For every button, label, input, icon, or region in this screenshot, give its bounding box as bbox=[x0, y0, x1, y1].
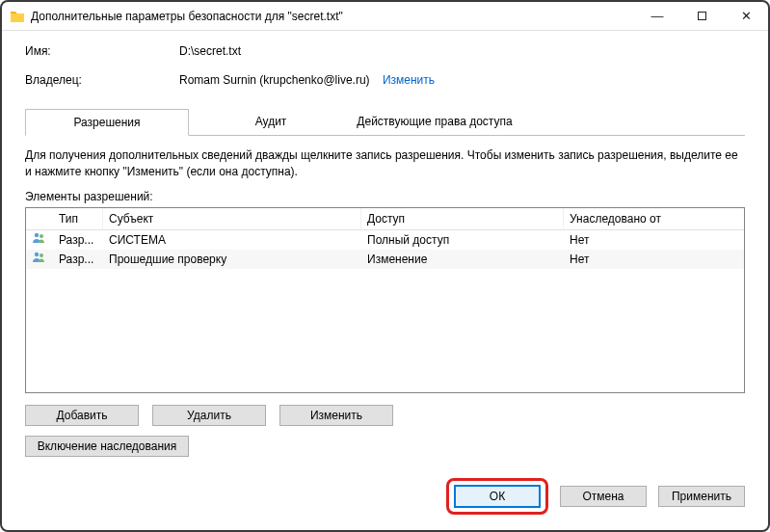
action-buttons-row: Добавить Удалить Изменить bbox=[25, 405, 745, 426]
svg-point-1 bbox=[40, 234, 43, 238]
elements-label: Элементы разрешений: bbox=[25, 190, 745, 203]
cancel-button[interactable]: Отмена bbox=[560, 486, 647, 507]
cell-type: Разр... bbox=[53, 251, 103, 268]
cell-access: Изменение bbox=[361, 251, 564, 268]
remove-button[interactable]: Удалить bbox=[152, 405, 266, 426]
owner-label: Владелец: bbox=[25, 73, 179, 87]
svg-point-2 bbox=[35, 253, 39, 256]
titlebar: Дополнительные параметры безопасности дл… bbox=[2, 2, 768, 31]
col-icon-header[interactable] bbox=[26, 208, 53, 230]
name-label: Имя: bbox=[25, 44, 179, 58]
ok-button[interactable]: ОК bbox=[454, 485, 541, 508]
table-header: Тип Субъект Доступ Унаследовано от bbox=[26, 208, 744, 230]
cell-inherited: Нет bbox=[564, 231, 744, 249]
cell-type: Разр... bbox=[53, 231, 103, 249]
name-value: D:\secret.txt bbox=[179, 44, 241, 58]
window-title: Дополнительные параметры безопасности дл… bbox=[31, 10, 635, 23]
group-icon bbox=[32, 230, 47, 246]
svg-point-0 bbox=[35, 233, 39, 237]
folder-icon bbox=[10, 9, 25, 24]
svg-point-3 bbox=[40, 253, 43, 257]
ok-highlight: ОК bbox=[446, 478, 548, 515]
cell-subject: Прошедшие проверку bbox=[103, 251, 361, 268]
tab-permissions[interactable]: Разрешения bbox=[25, 109, 189, 136]
cell-access: Полный доступ bbox=[361, 231, 564, 249]
owner-row: Владелец: Romam Surnin (krupchenko@live.… bbox=[25, 73, 745, 87]
group-icon bbox=[32, 250, 47, 265]
help-text: Для получения дополнительных сведений дв… bbox=[25, 147, 745, 180]
table-body: Разр... СИСТЕМА Полный доступ Нет Разр..… bbox=[26, 230, 744, 392]
window-controls: — ✕ bbox=[635, 2, 768, 31]
tab-effective[interactable]: Действующие права доступа bbox=[353, 108, 517, 135]
maximize-button[interactable] bbox=[679, 2, 724, 31]
name-row: Имя: D:\secret.txt bbox=[25, 44, 745, 58]
content-area: Имя: D:\secret.txt Владелец: Romam Surni… bbox=[2, 31, 768, 468]
close-button[interactable]: ✕ bbox=[724, 2, 768, 31]
table-row[interactable]: Разр... Прошедшие проверку Изменение Нет bbox=[26, 250, 744, 269]
col-type-header[interactable]: Тип bbox=[53, 208, 103, 230]
owner-value: Romam Surnin (krupchenko@live.ru) bbox=[179, 73, 370, 87]
tabs: Разрешения Аудит Действующие права досту… bbox=[25, 108, 745, 136]
tab-audit[interactable]: Аудит bbox=[189, 108, 353, 135]
cell-subject: СИСТЕМА bbox=[103, 231, 361, 249]
inherit-row: Включение наследования bbox=[25, 436, 745, 457]
apply-button[interactable]: Применить bbox=[658, 486, 745, 507]
dialog-buttons: ОК Отмена Применить bbox=[2, 468, 768, 530]
security-dialog: Дополнительные параметры безопасности дл… bbox=[0, 0, 770, 532]
col-access-header[interactable]: Доступ bbox=[361, 208, 564, 230]
add-button[interactable]: Добавить bbox=[25, 405, 139, 426]
enable-inheritance-button[interactable]: Включение наследования bbox=[25, 436, 189, 457]
minimize-button[interactable]: — bbox=[635, 2, 679, 31]
permissions-table: Тип Субъект Доступ Унаследовано от Разр.… bbox=[25, 207, 745, 393]
col-subject-header[interactable]: Субъект bbox=[103, 208, 361, 230]
cell-inherited: Нет bbox=[564, 251, 744, 268]
change-owner-link[interactable]: Изменить bbox=[383, 73, 435, 87]
col-inherit-header[interactable]: Унаследовано от bbox=[564, 208, 744, 230]
edit-button[interactable]: Изменить bbox=[279, 405, 393, 426]
table-row[interactable]: Разр... СИСТЕМА Полный доступ Нет bbox=[26, 230, 744, 250]
